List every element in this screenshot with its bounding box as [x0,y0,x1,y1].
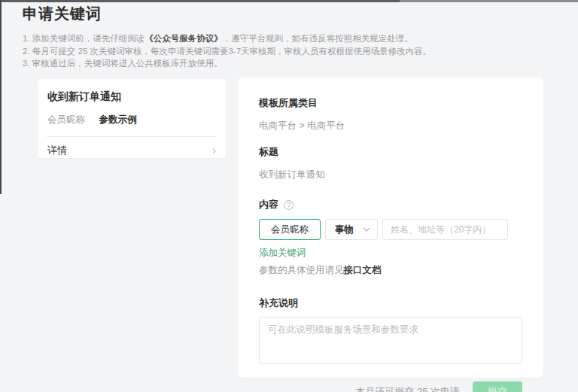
instruction-line-2: 2. 每月可提交 25 次关键词审核，每次申请关键词需要3-7天审核期，审核人员… [23,45,549,58]
content-label: 内容 ? [259,198,522,211]
category-value: 电商平台 > 电商平台 [259,120,522,132]
instructions: 1. 添加关键词前，请先仔细阅读《公众号服务协议》，遵守平台规则，如有违反将按照… [23,32,549,70]
category-label: 模板所属类目 [259,96,522,110]
note-label: 补充说明 [259,296,522,310]
page-title: 申请关键词 [23,4,549,24]
preview-param-example: 参数示例 [99,114,136,125]
chevron-right-icon: › [212,144,216,156]
keyword-application-form: 模板所属类目 电商平台 > 电商平台 标题 收到新订单通知 内容 ? 事物 添加… [238,77,543,378]
template-preview-card: 收到新订单通知 会员昵称 参数示例 详情 › [38,79,226,158]
doc-hint: 参数的具体使用请见接口文档 [259,264,522,277]
param-type-select[interactable]: 事物 [325,219,378,240]
preview-detail-label: 详情 [47,144,67,157]
preview-param-row: 会员昵称 参数示例 [47,114,216,126]
service-agreement-link[interactable]: 《公众号服务协议》 [144,34,223,43]
instruction-line-1: 1. 添加关键词前，请先仔细阅读《公众号服务协议》，遵守平台规则，如有违反将按照… [23,32,549,45]
add-keyword-link[interactable]: 添加关键词 [259,247,306,260]
preview-detail-row[interactable]: 详情 › [47,137,216,164]
param-type-value: 事物 [335,223,354,236]
screenshot-top-border [0,0,400,2]
keyword-input[interactable] [259,219,321,240]
chevron-down-icon [363,227,370,232]
keyword-entry-row: 事物 [259,219,522,240]
submit-row: 本月还可提交 25 次申请 提交 [259,381,522,392]
api-doc-link[interactable]: 接口文档 [344,265,382,275]
param-example-input[interactable] [382,219,508,240]
screenshot-left-border [0,0,2,194]
preview-title: 收到新订单通知 [47,90,216,104]
instruction-line-3: 3. 审核通过后，关键词将进入公共模板库开放使用。 [23,57,549,70]
help-icon[interactable]: ? [284,200,294,210]
submit-button[interactable]: 提交 [473,381,522,392]
title-label: 标题 [259,145,522,159]
quota-text: 本月还可提交 25 次申请 [355,385,460,392]
page-header: 申请关键词 1. 添加关键词前，请先仔细阅读《公众号服务协议》，遵守平台规则，如… [23,4,549,70]
preview-param-label: 会员昵称 [47,114,85,125]
note-textarea[interactable] [259,317,522,364]
title-value: 收到新订单通知 [259,169,522,181]
screenshot-top-border-light [400,0,578,2]
